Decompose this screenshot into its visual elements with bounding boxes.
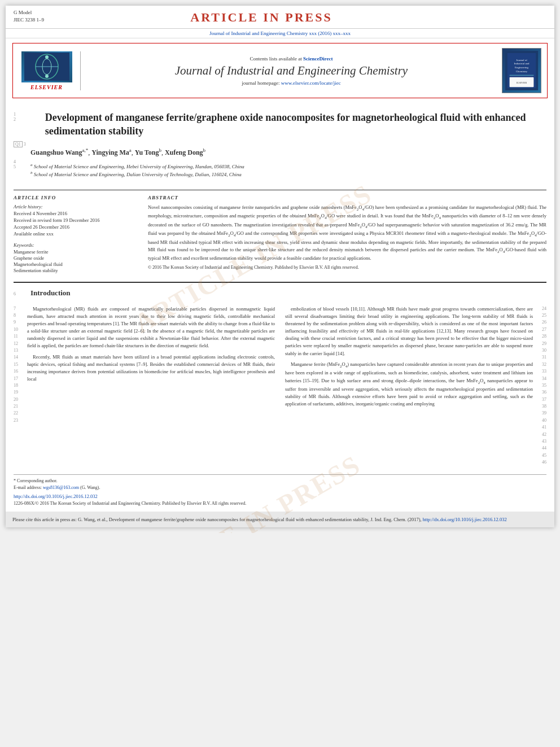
svg-rect-12 [510,75,534,76]
intro-right-column: embolization of blood vessels [10,11]. A… [285,305,533,466]
affiliations-block: a School of Material Science and Enginee… [30,163,244,178]
copyright-line: © 2016 The Korean Society of Industrial … [148,265,546,270]
revised-date: Received in revised form 19 December 201… [14,217,138,223]
keyword-2: Graphene oxide [14,255,138,261]
journal-title-main: Journal of Industrial and Engineering Ch… [86,64,496,78]
svg-point-5 [45,75,49,78]
accepted-date: Accepted 26 December 2016 [14,224,138,230]
intro-right-wrapper: embolization of blood vessels [10,11]. A… [285,305,546,466]
affil-line-5: 5 [14,164,30,169]
article-body: ARTICLE IN PRESS ARTICLE IN PRESS 1 2 De… [6,103,554,506]
keywords-section: Keywords: Manganese ferrite Graphene oxi… [14,242,138,273]
svg-text:Journal of: Journal of [516,59,527,62]
email-link[interactable]: wgs8136@163.com [43,485,79,490]
authors-line: Guangshuo Wanga,*, Yingying Maa, Yu Tong… [30,147,205,157]
info-abstract-section: Article Info Article history: Received 4… [14,190,546,274]
right-line-numbers: 24252627282930 313233343536 373839404142… [535,305,546,466]
article-in-press-banner: ARTICLE IN PRESS [44,9,479,26]
journal-code: JIEC 3238 1–9 [14,16,44,24]
svg-point-4 [45,55,49,59]
affiliation-a: a School of Material Science and Enginee… [30,163,244,169]
line-num-1: 1 [14,112,16,117]
q1-line-num: Q1 [14,141,23,147]
introduction-body: 78910111213 141516171819 20212223 Magnet… [14,305,546,466]
journal-thumbnail: Journal of Industrial and Engineering Ch… [502,48,541,93]
sciencedirect-link[interactable]: ScienceDirect [303,56,333,62]
elsevier-logo-block: ELSEVIER [19,51,81,90]
author-yu: Yu Tong [135,148,159,156]
svg-text:Engineering: Engineering [515,66,528,69]
g-model-label: G Model [14,9,44,16]
abstract-column: Abstract Novel nanocomposites consisting… [148,195,546,274]
intro-line-num-block: 6 [14,291,30,296]
elsevier-text: ELSEVIER [30,84,63,90]
author-guangshuo: Guangshuo Wang [30,148,82,156]
contents-label: Contents lists available at [250,56,302,62]
intro-left-column: Magnetorheological (MR) fluids are compo… [27,305,275,466]
intro-left-para1: Magnetorheological (MR) fluids are compo… [27,305,275,350]
article-info-column: Article Info Article history: Received 4… [14,195,138,274]
citation-prefix: Please cite this article in press as: G.… [12,517,423,522]
author-xufeng: Xufeng Dong [165,148,203,156]
section-divider [14,282,546,283]
elsevier-logo-image [21,51,72,82]
author-line-num: 3 [24,142,26,147]
homepage-label: journal homepage: [242,80,279,86]
article-title: Development of manganese ferrite/graphen… [45,111,546,138]
affiliation-b: b School of Material Science and Enginee… [30,171,244,177]
journal-center-block: Contents lists available at ScienceDirec… [86,56,496,86]
title-line-numbers: 1 2 [14,111,28,122]
issn-line: 1226-086X/© 2016 The Korean Society of I… [14,501,546,506]
introduction-section: 6 Introduction 78910111213 141516171819 … [14,289,546,466]
abstract-heading: Abstract [148,195,546,200]
page: G Model JIEC 3238 1–9 ARTICLE IN PRESS J… [6,6,554,527]
available-online: Available online xxx [14,231,138,237]
received-date: Received 4 November 2016 [14,211,138,216]
journal-citation-line: Journal of Industrial and Engineering Ch… [6,29,554,38]
keyword-1: Manganese ferrite [14,249,138,255]
article-footer: * Corresponding author. E-mail address: … [14,474,546,506]
history-label: Article history: [14,204,138,209]
journal-citation-text: Journal of Industrial and Engineering Ch… [209,30,351,36]
intro-line-num: 6 [14,291,16,296]
svg-text:ELSEVIER: ELSEVIER [517,82,527,84]
svg-text:Industrial and: Industrial and [514,62,530,65]
contents-line: Contents lists available at ScienceDirec… [86,56,496,62]
journal-code-block: G Model JIEC 3238 1–9 [14,9,44,23]
email-note: E-mail address: wgs8136@163.com (G. Wang… [14,485,546,490]
homepage-url[interactable]: www.elsevier.com/locate/jiec [281,80,341,86]
journal-header: ELSEVIER Contents lists available at Sci… [12,43,548,98]
corresponding-author-note: * Corresponding author. [14,478,546,483]
author-yingying: Yingying Ma [91,148,129,156]
intro-right-para1: embolization of blood vessels [10,11]. A… [285,305,533,357]
keywords-heading: Keywords: [14,242,138,248]
affil-line-4: 4 [14,159,30,164]
introduction-heading: Introduction [30,289,71,298]
left-line-numbers: 78910111213 141516171819 20212223 [14,305,25,466]
doi-link[interactable]: http://dx.doi.org/10.1016/j.jiec.2016.12… [14,493,546,499]
top-bar: G Model JIEC 3238 1–9 ARTICLE IN PRESS [6,6,554,29]
author-line-number-block: Q1 3 [14,142,30,147]
journal-homepage-line: journal homepage: www.elsevier.com/locat… [86,80,496,86]
intro-left-wrapper: 78910111213 141516171819 20212223 Magnet… [14,305,275,466]
keyword-4: Sedimentation stability [14,268,138,273]
line-num-2: 2 [14,117,16,122]
intro-right-para2: Manganese ferrite (MnFe2O4) nanoparticle… [285,361,533,408]
article-title-section: 1 2 Development of manganese ferrite/gra… [14,103,546,183]
citation-box: Please cite this article in press as: G.… [6,512,554,528]
svg-text:Chemistry: Chemistry [516,70,528,73]
citation-doi-link[interactable]: http://dx.doi.org/10.1016/j.jiec.2016.12… [423,517,507,522]
article-info-heading: Article Info [14,195,138,200]
keyword-3: Magnetorheological fluid [14,261,138,267]
abstract-text: Novel nanocomposites consisting of manga… [148,204,546,263]
intro-left-para2: Recently, MR fluids as smart materials h… [27,353,275,383]
